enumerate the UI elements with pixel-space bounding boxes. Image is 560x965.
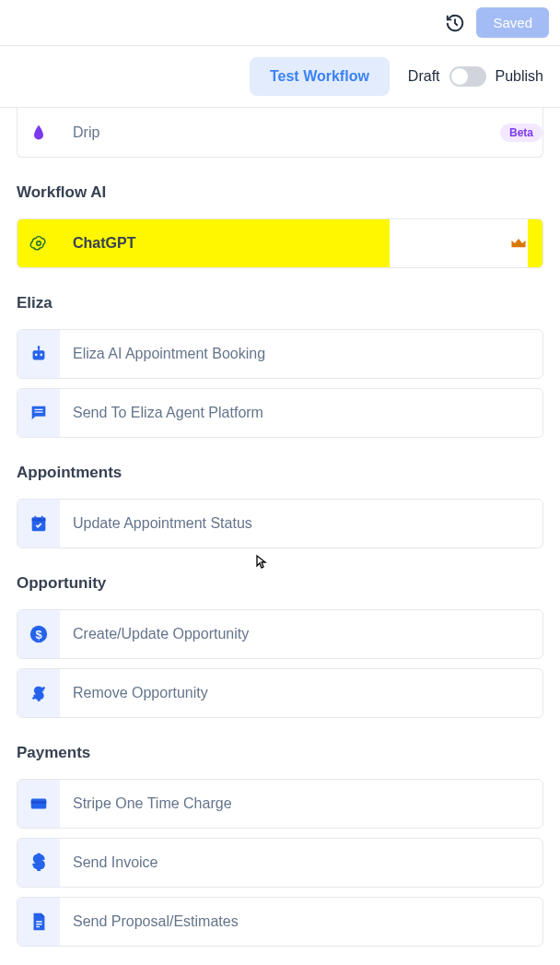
calendar-check-icon [18,500,60,547]
chatgpt-icon [18,219,60,267]
section-header-workflow-ai: Workflow AI [17,183,543,202]
card-icon [18,780,60,828]
document-icon [18,898,60,946]
svg-text:$: $ [35,628,41,641]
publish-toggle[interactable] [449,66,486,87]
svg-text:$: $ [33,853,43,872]
test-workflow-button[interactable]: Test Workflow [250,57,390,96]
send-invoice-label: Send Invoice [60,854,542,871]
crown-icon [390,219,528,267]
section-header-appointments: Appointments [17,464,543,482]
action-item-eliza-booking[interactable]: Eliza AI Appointment Booking [17,329,543,379]
action-item-stripe-charge[interactable]: Stripe One Time Charge [17,779,543,829]
section-header-opportunity: Opportunity [17,574,543,593]
drip-icon [18,108,60,157]
history-icon[interactable] [445,13,465,33]
svg-rect-17 [31,801,47,804]
dollar-slash-icon: $ [18,669,60,717]
section-header-payments: Payments [17,744,543,762]
svg-point-3 [40,354,42,357]
action-item-eliza-send[interactable]: Send To Eliza Agent Platform [17,388,543,438]
stripe-charge-label: Stripe One Time Charge [60,795,542,812]
action-item-send-invoice[interactable]: $ Send Invoice [17,838,543,888]
drip-label: Drip [60,124,489,141]
action-item-create-opportunity[interactable]: $ Create/Update Opportunity [17,609,543,659]
chatgpt-label: ChatGPT [60,235,390,252]
create-opportunity-label: Create/Update Opportunity [60,626,542,642]
svg-point-5 [38,346,41,348]
update-appointment-label: Update Appointment Status [60,515,542,532]
dollar-icon: $ [18,839,60,887]
svg-rect-1 [33,350,45,359]
action-item-chatgpt[interactable]: ChatGPT [17,218,543,268]
dollar-circle-icon: $ [18,610,60,658]
robot-icon [18,330,60,378]
eliza-send-label: Send To Eliza Agent Platform [60,405,542,421]
saved-button[interactable]: Saved [476,7,549,38]
svg-point-0 [37,241,41,246]
eliza-booking-label: Eliza AI Appointment Booking [60,346,542,362]
svg-point-2 [35,354,38,357]
action-item-update-appointment[interactable]: Update Appointment Status [17,499,543,548]
action-item-remove-opportunity[interactable]: $ Remove Opportunity [17,668,543,718]
draft-label: Draft [408,68,440,85]
message-icon [18,389,60,437]
section-header-eliza: Eliza [17,294,543,312]
remove-opportunity-label: Remove Opportunity [60,685,542,701]
send-proposal-label: Send Proposal/Estimates [60,913,542,930]
publish-label: Publish [496,68,543,85]
action-item-send-proposal[interactable]: Send Proposal/Estimates [17,897,543,947]
beta-badge: Beta [500,124,542,142]
action-item-drip[interactable]: Drip Beta [17,108,543,158]
svg-rect-9 [32,518,46,522]
